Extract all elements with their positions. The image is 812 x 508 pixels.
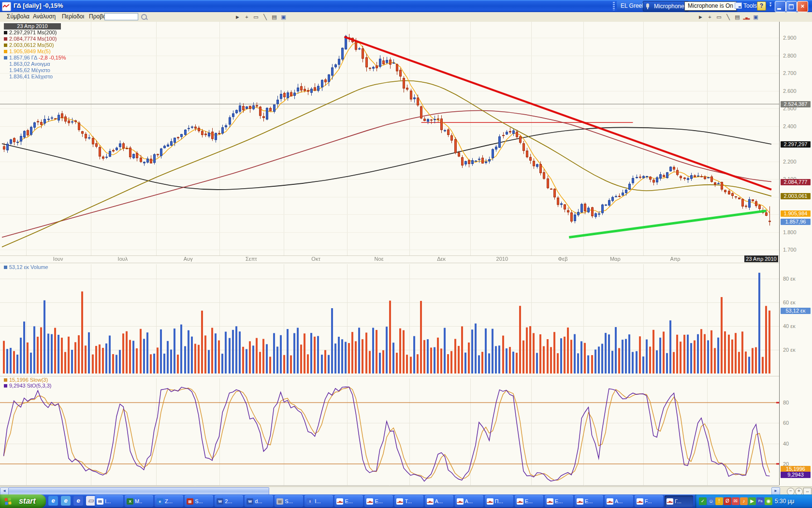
menu-bar: Σύμβολα Ανάλυση Περίοδοι Προβολή ►+▭╲▤▣ … [0, 12, 812, 22]
language-bar-options-icon[interactable]: ▾▾ [768, 2, 772, 10]
taskbar-button-5[interactable]: Wd... [245, 495, 273, 507]
close-button[interactable]: × [797, 1, 808, 12]
browser-launch-icon[interactable]: e [61, 496, 71, 506]
taskbar-button-6[interactable]: ▤S... [275, 495, 303, 507]
legend-price: 1.857,96 ΓΔ -2,8 -0,15% [4, 55, 66, 61]
taskbar-button-label: A... [615, 495, 623, 507]
volume-axis-badge: 53,12 εκ [781, 308, 811, 314]
taskbar-button-2[interactable]: eZ... [155, 495, 183, 507]
messenger-icon[interactable]: ☺ [707, 497, 715, 505]
menu-analysis[interactable]: Ανάλυση [30, 12, 58, 21]
taskbar-button-16[interactable]: ▂▅▃E... [575, 495, 603, 507]
pointer-tool-icon[interactable]: ► [696, 13, 705, 21]
taskbar-button-1[interactable]: XM.. [125, 495, 153, 507]
taskbar-button-15[interactable]: ▂▅▃E... [545, 495, 573, 507]
taskbar-button-0[interactable]: IBI... [95, 495, 123, 507]
price-swatch [4, 56, 7, 60]
save-tool-icon[interactable]: ▣ [751, 13, 760, 21]
microphone-button[interactable]: Microphone [643, 1, 689, 12]
line-tool-icon[interactable]: ╲ [724, 13, 733, 21]
chart-icon: ▂▅▃ [366, 498, 373, 505]
mail-icon[interactable]: ✉ [732, 497, 740, 505]
media-icon[interactable]: ♪ [740, 497, 748, 505]
taskbar-button-3[interactable]: ▦S... [185, 495, 213, 507]
ib-icon: IB [97, 498, 103, 505]
antivirus-icon[interactable]: ✓ [699, 497, 707, 505]
taskbar-button-19[interactable]: ▂▅▃Γ... [665, 495, 693, 507]
start-button[interactable]: start [0, 494, 46, 508]
excel-icon: X [127, 498, 133, 505]
desktop: ΓΔ [daily] -0,15% EL Greek Microphone Mi… [0, 0, 812, 508]
microphone-icon [646, 3, 649, 8]
chart-area[interactable]: 23 Απρ 2010 2.297,2971 Μs(200) 2.084,777… [0, 22, 812, 486]
chart-icon: ▂▅▃ [457, 498, 464, 505]
microphone-tooltip: Microphone is On [684, 1, 737, 11]
month-label: Απρ [665, 256, 686, 262]
symbol-search-input[interactable] [104, 13, 138, 20]
chart-icon: ▂▅▃ [487, 498, 493, 505]
app-chart-icon [2, 2, 11, 11]
legend-low: 1.836,41 Ελάχιστο [9, 74, 53, 80]
taskbar-button-13[interactable]: ▂▅▃Π... [485, 495, 513, 507]
minimize-icon [777, 8, 781, 10]
month-label: Ιουλ [112, 256, 133, 262]
blocked-icon[interactable]: Ø [724, 497, 731, 505]
taskbar-button-17[interactable]: ▂▅▃A... [605, 495, 633, 507]
chart-tool-icon[interactable]: ▂▅▃ [742, 14, 751, 22]
add-tool-icon[interactable]: + [242, 13, 251, 21]
price-volume-stochastic-canvas[interactable] [0, 22, 779, 486]
taskbar-button-12[interactable]: ▂▅▃A... [455, 495, 483, 507]
taskbar-button-8[interactable]: ▂▅▃E... [334, 495, 363, 507]
window-title: ΓΔ [daily] -0,15% [14, 2, 63, 9]
legend-ma5: 1.905,9849 Με(5) [4, 48, 51, 55]
save-tool-icon[interactable]: ▣ [279, 13, 288, 21]
player-icon[interactable]: ▶ [748, 497, 756, 505]
chart-icon: ▂▅▃ [667, 498, 673, 505]
language-bar-handle[interactable] [613, 2, 615, 10]
price-tick: 1.800 [783, 229, 797, 236]
taskbar-clock: 5:30 μμ [775, 498, 795, 505]
ie-icon: e [157, 498, 163, 505]
tools-icon [735, 2, 742, 9]
rectangle-tool-icon[interactable]: ▭ [251, 13, 261, 21]
internet-explorer-icon[interactable]: e [48, 496, 58, 506]
taskbar-button-4[interactable]: W2... [215, 495, 243, 507]
help-button[interactable]: ? [757, 1, 766, 11]
taskbar-button-14[interactable]: ▂▅▃E... [515, 495, 543, 507]
gpu-icon[interactable]: ◉ [765, 497, 772, 505]
taskbar-button-9[interactable]: ▂▅▃E... [364, 495, 393, 507]
price-axis-badge: 1.857,96 [781, 219, 811, 225]
search-icon[interactable] [141, 14, 147, 20]
ma200-swatch [4, 31, 7, 34]
month-label: 2010 [492, 256, 513, 262]
pointer-tool-icon[interactable]: ► [233, 13, 242, 21]
minimize-button[interactable] [775, 1, 786, 12]
axis-separator [779, 22, 780, 485]
rectangle-tool-icon[interactable]: ▭ [714, 13, 724, 21]
month-label: Σεπτ [241, 256, 262, 262]
menu-symbols[interactable]: Σύμβολα [4, 12, 32, 21]
taskbar-button-11[interactable]: ▂▅▃A... [425, 495, 453, 507]
taskbar-button-label: I... [315, 495, 320, 507]
price-tick: 2.800 [783, 53, 797, 59]
grid-tool-icon[interactable]: ▤ [733, 13, 742, 21]
restore-button[interactable] [786, 1, 797, 12]
messenger-icon[interactable]: e [73, 496, 83, 506]
month-label: Οκτ [305, 256, 327, 262]
taskbar-button-label: E... [585, 495, 593, 507]
taskbar-button-label: d... [255, 495, 262, 507]
taskbar-button-10[interactable]: ▂▅▃T... [394, 495, 423, 507]
price-tick: 2.900 [783, 35, 797, 41]
month-label: Δεκ [431, 256, 452, 262]
taskbar-button-18[interactable]: ▂▅▃F... [635, 495, 663, 507]
tools-button[interactable]: Tools [735, 1, 757, 10]
show-desktop-icon[interactable]: ▭ [86, 496, 96, 506]
security-shield-icon[interactable]: ! [715, 497, 723, 505]
paint-icon[interactable]: Pa [756, 497, 764, 505]
grid-tool-icon[interactable]: ▤ [270, 13, 279, 21]
add-tool-icon[interactable]: + [705, 13, 714, 21]
line-tool-icon[interactable]: ╲ [261, 13, 270, 21]
volume-tick: 60 εκ [783, 299, 796, 306]
menu-periods[interactable]: Περίοδοι [59, 12, 87, 21]
taskbar-button-7[interactable]: II... [304, 495, 333, 507]
